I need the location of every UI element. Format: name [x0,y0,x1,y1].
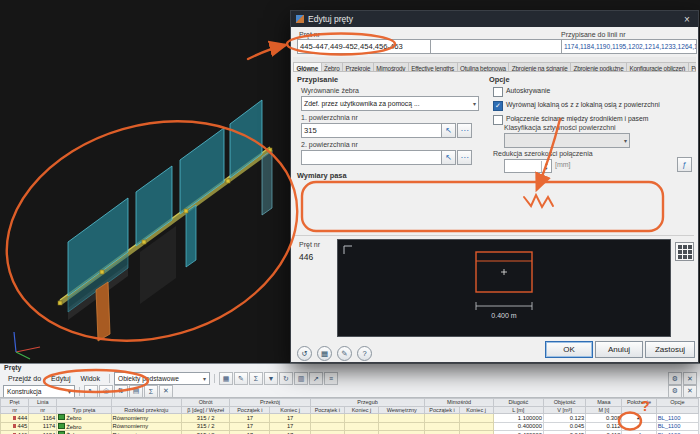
table-cell[interactable]: Równomierny [111,414,181,423]
table-column-header[interactable]: Rozkład przekroju [111,406,181,414]
more-options-icon[interactable]: ⋯ [457,150,472,165]
list-icon[interactable]: ≡ [324,372,338,385]
table-column-header[interactable]: V [m³] [544,406,586,414]
table-cell[interactable]: 0.112 [586,422,622,431]
table-cell[interactable] [310,422,344,431]
table-cell[interactable]: 315 / 2 [182,431,230,434]
surface2-input[interactable] [301,150,443,165]
menu-przejdź-do[interactable]: Przejdź do [3,375,46,382]
tab-effective-lengths[interactable]: Effective lengths [408,62,458,72]
table-cell[interactable]: 17 [230,422,270,431]
table-cell[interactable]: 17 [230,431,270,434]
menu-widok[interactable]: Widok [76,375,105,382]
display-grid-icon[interactable]: ▦ [317,346,332,361]
table-column-header[interactable]: Typ pręta [57,406,111,414]
table-column-header[interactable]: Początek i [425,406,459,414]
table-cell[interactable] [379,422,425,431]
table-column-header[interactable]: nr [29,406,57,414]
panel-settings-icon[interactable]: ⚙ [668,372,682,385]
structure-combo[interactable]: Konstrukcja ▾ [3,385,75,398]
table-cell[interactable]: 1184 [29,431,57,434]
sort-icon[interactable]: ⇅ [114,385,128,398]
tab-otulina-betonowa[interactable]: Otulina betonowa [457,62,510,72]
tab-zbrojenie-na-ścinanie[interactable]: Zbrojenie na ścinanie [508,62,571,72]
sigma-icon[interactable]: Σ [144,385,158,398]
checkbox-icon[interactable]: ✓ [493,101,503,111]
member-no-secondary-input[interactable] [430,39,562,54]
dialog-titlebar[interactable]: Edytuj pręty × [291,11,698,27]
export-icon[interactable]: ↗ [309,372,323,385]
table-cell[interactable]: 444 [1,414,29,423]
table-cell[interactable]: 1164 [29,414,57,423]
table-view-icon[interactable]: ▤ [129,385,143,398]
help-icon[interactable]: ? [357,346,372,361]
cancel-button[interactable]: Anuluj [595,341,643,358]
apply-button[interactable]: Zastosuj [645,341,695,358]
table-column-header[interactable]: M [t] [586,406,622,414]
member-no-input[interactable]: 445-447,449-452,454,456-463 [297,39,431,54]
table-column-header[interactable]: nr [1,406,29,414]
select-pointer-icon[interactable]: ↖ [84,385,98,398]
table-column-header[interactable]: Początek i [310,406,344,414]
table-column-header[interactable]: β [deg] / Węzeł [182,406,230,414]
table-cell[interactable]: 0.308 [586,414,622,423]
panel-close-icon[interactable]: ✕ [683,385,697,398]
table-cell[interactable] [379,431,425,434]
table-row[interactable]: 4441164ŻebroRównomierny315 / 217171.1000… [1,414,699,423]
surface1-input[interactable]: 315 [301,123,443,138]
table-cell[interactable]: 17 [270,431,310,434]
teal-column[interactable] [186,205,196,267]
table-column-header[interactable] [656,406,698,414]
tab-główne[interactable]: Główne [293,62,322,72]
table-cell[interactable]: BL_1100 [656,414,698,423]
refresh-icon[interactable]: ↻ [279,372,293,385]
pick-surface-icon[interactable]: ↖ [441,150,456,165]
table-cell[interactable] [425,414,459,423]
menu-edytuj[interactable]: Edytuj [46,375,75,382]
table-cell[interactable] [310,431,344,434]
table-cell[interactable]: ✔ [622,431,656,434]
reduction-spinner[interactable]: ▴ ▾ [504,159,552,173]
edit-note-icon[interactable]: ✎ [337,346,352,361]
table-cell[interactable]: Żebro [57,414,111,423]
table-row[interactable]: 4451174ŻebroRównomierny315 / 217170.4000… [1,422,699,431]
table-cell[interactable]: 0.123 [544,414,586,423]
edit-cell-icon[interactable]: ✎ [234,372,248,385]
more-options-icon[interactable]: ⋯ [457,123,472,138]
table-cell[interactable]: BL_1100 [656,431,698,434]
table-column-header[interactable]: Koniec j [459,406,493,414]
table-cell[interactable]: BL_1100 [656,422,698,431]
pier-column[interactable] [96,282,110,341]
ok-button[interactable]: OK [545,341,593,358]
table-cell[interactable] [344,431,378,434]
objects-combo[interactable]: Obiekty podstawowe ▾ [114,372,210,385]
jump-to-icon[interactable]: ▦ [219,372,233,385]
columns-icon[interactable]: ▥ [294,372,308,385]
clear-icon[interactable]: ✕ [159,385,173,398]
view-grid-icon[interactable] [675,242,694,261]
table-cell[interactable]: Żebro [57,431,111,434]
tab-konfiguracje-obliczeń[interactable]: Konfiguracje obliczeń [626,62,689,72]
table-column-header[interactable]: Koniec j [270,406,310,414]
table-cell[interactable]: 17 [230,414,270,423]
teal-column[interactable] [262,150,272,215]
cross-section-preview[interactable]: 0.400 m [337,239,671,337]
table-column-header[interactable]: L [m] [493,406,543,414]
table-cell[interactable]: Równomierny [111,431,181,434]
table-column-header[interactable] [622,406,656,414]
table-cell[interactable] [459,414,493,423]
table-column-header[interactable]: Początek i [230,406,270,414]
table-cell[interactable] [310,414,344,423]
table-cell[interactable]: 1.100000 [493,414,543,423]
spinner-down-icon[interactable]: ▾ [542,166,551,172]
table-cell[interactable] [425,431,459,434]
checkbox-icon[interactable] [493,115,503,125]
table-cell[interactable]: Równomierny [111,422,181,431]
table-cell[interactable] [344,422,378,431]
filter-icon[interactable]: ▼ [264,372,278,385]
rib-plate[interactable] [230,100,262,178]
table-cell[interactable]: 0.400000 [493,422,543,431]
table-cell[interactable]: 445 [1,422,29,431]
table-cell[interactable]: 1174 [29,422,57,431]
table-cell[interactable]: 0.112 [586,431,622,434]
